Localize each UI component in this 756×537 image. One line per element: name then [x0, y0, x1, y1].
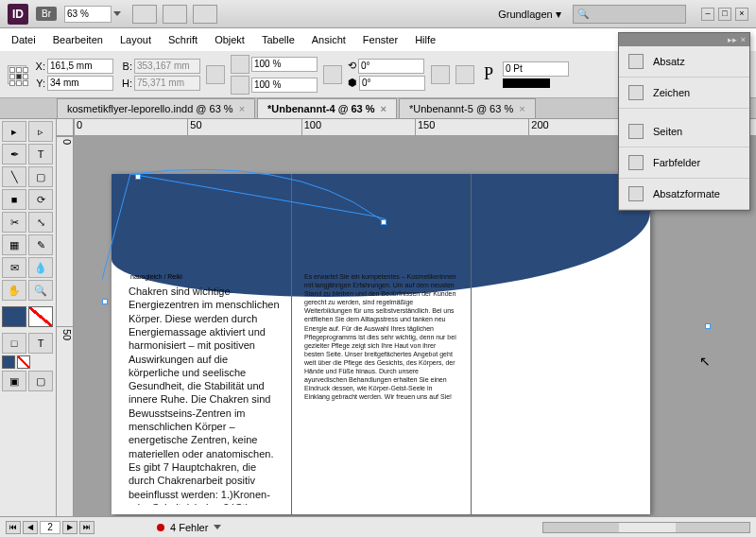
last-page-button[interactable]: ⏭ — [79, 521, 94, 534]
panel-zeichen[interactable]: Zeichen — [619, 78, 749, 109]
view-mode-normal[interactable]: ▣ — [2, 371, 26, 391]
stroke-style[interactable] — [503, 78, 550, 88]
reference-point[interactable] — [8, 65, 26, 84]
document-tab[interactable]: kosmetikflyer-leporello.indd @ 63 %× — [57, 98, 255, 118]
panel-dock[interactable]: ▸▸× AbsatzZeichenSeitenFarbfelderAbsatzf… — [618, 32, 750, 211]
page-spread[interactable]: nausgleich / Reiki Chakren sind wichtige… — [112, 174, 650, 514]
zoom-input[interactable] — [64, 6, 112, 23]
prev-page-button[interactable]: ◀ — [23, 521, 38, 534]
menu-layout[interactable]: Layout — [120, 34, 151, 45]
panel-icon — [628, 124, 644, 139]
scale-y-input[interactable] — [251, 78, 318, 93]
scissors-tool[interactable]: ✂ — [2, 212, 26, 233]
y-input[interactable] — [47, 76, 113, 91]
zoom-control[interactable] — [64, 6, 121, 23]
pen-tool[interactable]: ✒ — [2, 144, 26, 165]
hand-tool[interactable]: ✋ — [2, 280, 26, 301]
anchor-point[interactable] — [135, 174, 141, 180]
format-text-icon[interactable]: T — [28, 333, 53, 354]
frame-tool[interactable]: ▢ — [28, 166, 53, 187]
format-container-icon[interactable]: □ — [2, 333, 26, 354]
page-divider — [471, 174, 472, 514]
toolbox: ▸▹ ✒T ╲▢ ■⟳ ✂⤡ ▦✎ ✉💧 ✋🔍 □T ▣▢ — [0, 119, 57, 516]
panel-icon — [628, 85, 644, 100]
gradient-tool[interactable]: ▦ — [2, 234, 26, 255]
page-navigator[interactable]: ⏮ ◀ ▶ ⏭ — [6, 521, 94, 534]
line-tool[interactable]: ╲ — [2, 166, 26, 187]
minimize-button[interactable]: – — [701, 8, 714, 21]
chevron-down-icon[interactable] — [113, 11, 121, 16]
scale-x-icon — [231, 55, 249, 74]
rotation-input[interactable] — [358, 59, 424, 74]
menu-schrift[interactable]: Schrift — [168, 34, 198, 45]
menu-bearbeiten[interactable]: Bearbeiten — [53, 34, 103, 45]
ruler-origin[interactable] — [57, 119, 74, 136]
eyedropper-tool[interactable]: ✎ — [28, 234, 53, 255]
close-button[interactable]: × — [735, 8, 748, 21]
zoom-tool[interactable]: 🔍 — [28, 280, 53, 301]
maximize-button[interactable]: □ — [718, 8, 731, 21]
link-scale-icon[interactable] — [323, 65, 342, 84]
eyedropper2-tool[interactable]: 💧 — [28, 257, 53, 278]
arrange-icon[interactable] — [193, 5, 217, 24]
type-tool[interactable]: T — [28, 144, 53, 165]
screen-mode-icon[interactable] — [163, 5, 187, 24]
apply-none[interactable] — [17, 355, 30, 369]
first-page-button[interactable]: ⏮ — [6, 521, 21, 534]
fill-swatch[interactable] — [2, 306, 26, 327]
chevron-down-icon[interactable] — [214, 525, 221, 529]
menu-objekt[interactable]: Objekt — [215, 34, 245, 45]
stroke-swatch[interactable] — [28, 306, 53, 327]
flip-v-icon[interactable] — [455, 65, 474, 84]
error-indicator-icon[interactable] — [157, 524, 164, 531]
menu-ansicht[interactable]: Ansicht — [312, 34, 346, 45]
workspace-switcher[interactable]: Grundlagen ▾ — [498, 8, 561, 21]
note-tool[interactable]: ✉ — [2, 257, 26, 278]
rotate-tool[interactable]: ⟳ — [28, 189, 53, 210]
text-frame-2[interactable]: Es erwartet Sie ein kompetentes – Kosmet… — [301, 268, 461, 505]
height-input[interactable] — [134, 76, 200, 91]
panel-absatzformate[interactable]: Absatzformate — [619, 179, 749, 210]
next-page-button[interactable]: ▶ — [62, 521, 77, 534]
page-number-input[interactable] — [40, 521, 60, 534]
anchor-point[interactable] — [381, 219, 387, 225]
vertical-ruler[interactable]: 050 — [57, 136, 74, 516]
panel-close-icon[interactable]: × — [741, 35, 746, 44]
panel-absatz[interactable]: Absatz — [619, 46, 749, 78]
search-input[interactable] — [573, 5, 686, 24]
panel-seiten[interactable]: Seiten — [619, 116, 749, 147]
anchor-point[interactable] — [705, 323, 711, 329]
menu-datei[interactable]: Datei — [11, 34, 36, 45]
horizontal-scrollbar[interactable] — [542, 522, 750, 533]
panel-collapse-icon[interactable]: ▸▸ — [728, 35, 737, 44]
scale-y-icon — [231, 76, 249, 95]
tab-close-icon[interactable]: × — [381, 103, 387, 114]
constrain-icon[interactable] — [206, 65, 225, 84]
selection-tool[interactable]: ▸ — [2, 121, 26, 142]
shear-input[interactable] — [359, 76, 425, 91]
paragraph-icon: P — [480, 64, 497, 84]
menu-tabelle[interactable]: Tabelle — [262, 34, 295, 45]
menu-fenster[interactable]: Fenster — [363, 34, 398, 45]
tab-close-icon[interactable]: × — [519, 103, 524, 114]
menu-hilfe[interactable]: Hilfe — [415, 34, 436, 45]
view-options-icon[interactable] — [132, 5, 157, 24]
panel-farbfelder[interactable]: Farbfelder — [619, 147, 749, 179]
anchor-point[interactable] — [102, 299, 108, 304]
text-frame-1[interactable]: nausgleich / Reiki Chakren sind wichtige… — [125, 268, 285, 505]
x-input[interactable] — [47, 59, 113, 74]
bridge-button[interactable]: Br — [36, 7, 57, 21]
document-tab[interactable]: *Unbenannt-4 @ 63 %× — [257, 98, 397, 118]
transform-tool[interactable]: ⤡ — [28, 212, 53, 233]
width-input[interactable] — [134, 59, 200, 74]
direct-selection-tool[interactable]: ▹ — [28, 121, 53, 142]
preflight-status[interactable]: 4 Fehler — [170, 522, 208, 533]
apply-color[interactable] — [2, 355, 15, 369]
rectangle-tool[interactable]: ■ — [2, 189, 26, 210]
document-tab[interactable]: *Unbenannt-5 @ 63 %× — [399, 98, 536, 118]
flip-h-icon[interactable] — [431, 65, 450, 84]
stroke-weight-input[interactable] — [503, 61, 569, 77]
tab-close-icon[interactable]: × — [239, 103, 245, 114]
view-mode-preview[interactable]: ▢ — [28, 371, 53, 391]
scale-x-input[interactable] — [251, 57, 318, 72]
